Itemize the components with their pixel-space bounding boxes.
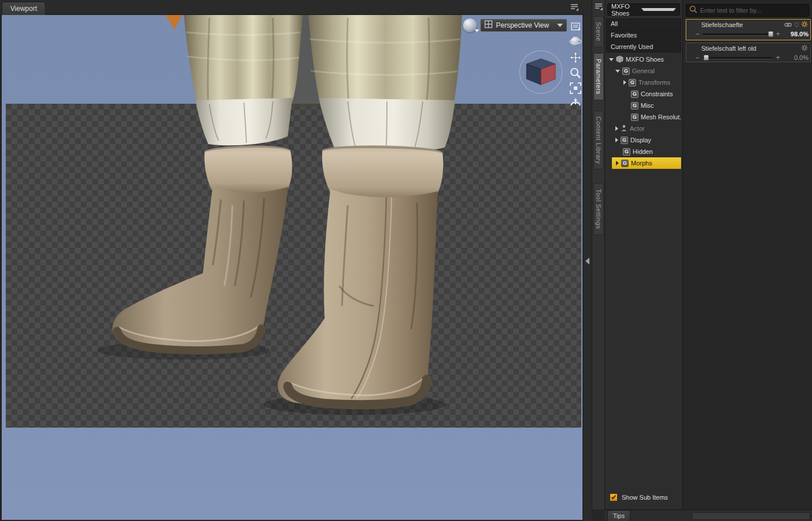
search-icon	[689, 5, 697, 16]
parameter-card-stiefelschaefte[interactable]: Stiefelschaefte ♡ − + 98.0%	[686, 19, 811, 40]
tree-item-label: General	[632, 67, 655, 74]
tree-item-label: Hidden	[633, 148, 653, 155]
chevron-down-icon	[557, 24, 563, 27]
tab-viewport[interactable]: Viewport	[2, 2, 46, 15]
favorite-heart-icon[interactable]: ♡	[794, 22, 799, 28]
expand-arrow-icon[interactable]	[623, 80, 626, 85]
gear-icon[interactable]	[801, 43, 808, 54]
expand-arrow-icon[interactable]	[609, 58, 614, 61]
view-selector-label: Perspective View	[496, 21, 554, 29]
tree-item-label: Morphs	[631, 160, 652, 167]
frame-tool-icon[interactable]	[569, 81, 582, 95]
link-icon[interactable]	[784, 20, 792, 30]
slider-decrement-button[interactable]: −	[694, 54, 700, 61]
tree-item-misc[interactable]: G Misc	[606, 100, 681, 111]
slider-handle[interactable]	[768, 31, 773, 37]
pane-page-icon[interactable]	[569, 20, 582, 33]
parameter-header: Stiefelschaft left old	[686, 43, 810, 52]
parameter-value: 98.0%	[783, 31, 809, 37]
slider-handle[interactable]	[704, 55, 709, 61]
tab-tool-settings[interactable]: Tool Settings	[593, 183, 604, 235]
filter-currently-used[interactable]: Currently Used	[606, 41, 681, 52]
zoom-tool-icon[interactable]	[569, 66, 582, 80]
parameter-tree: MXFO Shoes G General G Transforms G Cons…	[606, 54, 681, 169]
scope-dropdown[interactable]: MXFO Shoes	[607, 3, 680, 16]
slider-increment-button[interactable]: +	[775, 31, 781, 37]
filter-label: Favorites	[611, 32, 637, 39]
parameter-slider-row: − + 98.0%	[686, 29, 810, 39]
view-selector-dropdown[interactable]: Perspective View	[480, 19, 567, 32]
filter-all[interactable]: All	[606, 18, 681, 29]
viewport-tab-bar: Viewport	[0, 0, 584, 15]
tree-item-constraints[interactable]: G Constraints	[606, 88, 681, 100]
filter-label: Currently Used	[611, 43, 653, 50]
viewport-tab-label: Viewport	[10, 5, 37, 13]
search-input[interactable]	[700, 7, 806, 14]
parameter-value: 0.0%	[783, 54, 809, 61]
tree-item-mxfo-shoes[interactable]: MXFO Shoes	[606, 54, 681, 65]
tree-item-transforms[interactable]: G Transforms	[606, 77, 681, 88]
parameter-card-stiefelschaft-left-old[interactable]: Stiefelschaft left old − + 0.0%	[686, 43, 811, 62]
side-tab-strip: Scene Parameters Content Library Tool Se…	[592, 0, 604, 509]
viewport-3d[interactable]: Perspective View	[2, 15, 582, 520]
tree-item-hidden[interactable]: G Hidden	[606, 146, 681, 157]
tree-item-label: Mesh Resolut...	[641, 114, 681, 120]
tree-item-morphs[interactable]: G Morphs	[612, 157, 681, 169]
bottom-bar: Tips	[604, 509, 812, 521]
tab-parameters-label: Parameters	[595, 59, 602, 95]
parameter-name: Stiefelschaft left old	[701, 45, 756, 52]
scope-dropdown-label: MXFO Shoes	[611, 3, 641, 17]
group-icon: G	[631, 102, 638, 110]
tree-item-mesh-resolution[interactable]: G Mesh Resolut...	[606, 111, 681, 123]
expand-arrow-icon[interactable]	[615, 126, 618, 131]
actor-person-icon	[621, 124, 627, 133]
tree-spacer	[615, 152, 621, 152]
tab-content-library[interactable]: Content Library	[593, 111, 604, 170]
expand-arrow-icon[interactable]	[615, 70, 620, 73]
parameter-header: Stiefelschaefte ♡	[686, 20, 810, 29]
show-sub-items-toggle[interactable]: Show Sub Items	[610, 493, 668, 501]
parameter-name: Stiefelschaefte	[701, 21, 743, 28]
tab-scene[interactable]: Scene	[593, 16, 604, 47]
show-sub-items-label: Show Sub Items	[622, 494, 668, 501]
tab-tool-settings-label: Tool Settings	[595, 189, 602, 229]
tree-item-display[interactable]: G Display	[606, 134, 681, 146]
drawstyle-sphere-icon[interactable]	[463, 18, 477, 32]
tree-item-label: Display	[630, 137, 651, 144]
tab-tips[interactable]: Tips	[607, 510, 630, 521]
group-icon: G	[622, 67, 630, 75]
gear-icon[interactable]	[801, 20, 808, 30]
tab-content-library-label: Content Library	[595, 116, 602, 164]
tree-item-label: Misc	[641, 102, 654, 109]
dock-options-icon[interactable]	[570, 3, 579, 14]
group-icon: G	[621, 160, 629, 167]
tab-parameters[interactable]: Parameters	[593, 53, 604, 100]
horizontal-scrollbar[interactable]	[692, 512, 810, 520]
orbit-tool-icon[interactable]	[569, 35, 582, 48]
daz-studio-window: Viewport	[0, 0, 812, 521]
node-icon	[616, 55, 623, 64]
tree-spacer	[623, 117, 629, 118]
slider-track[interactable]	[702, 31, 773, 37]
checkbox-checked-icon[interactable]	[610, 493, 618, 501]
filter-favorites[interactable]: Favorites	[606, 30, 681, 41]
filter-search-field[interactable]	[686, 4, 809, 17]
expand-arrow-icon[interactable]	[616, 161, 619, 165]
view-cube[interactable]	[517, 48, 565, 96]
slider-decrement-button[interactable]: −	[694, 31, 700, 37]
tree-item-actor[interactable]: Actor	[606, 123, 681, 134]
pan-tool-icon[interactable]	[569, 51, 582, 65]
filter-list: All Favorites Currently Used	[606, 18, 681, 53]
slider-increment-button[interactable]: +	[775, 54, 781, 61]
dock-icon[interactable]	[594, 2, 603, 13]
aim-tool-icon[interactable]	[569, 96, 582, 110]
render-boots	[2, 15, 582, 520]
slider-track[interactable]	[702, 54, 773, 61]
group-icon: G	[631, 114, 638, 121]
tree-spacer	[623, 94, 629, 95]
camera-grid-icon	[484, 20, 493, 31]
tree-item-general[interactable]: G General	[606, 65, 681, 77]
expand-arrow-icon[interactable]	[615, 138, 618, 142]
collapse-arrow-icon[interactable]	[585, 258, 589, 265]
tree-spacer	[623, 105, 629, 106]
